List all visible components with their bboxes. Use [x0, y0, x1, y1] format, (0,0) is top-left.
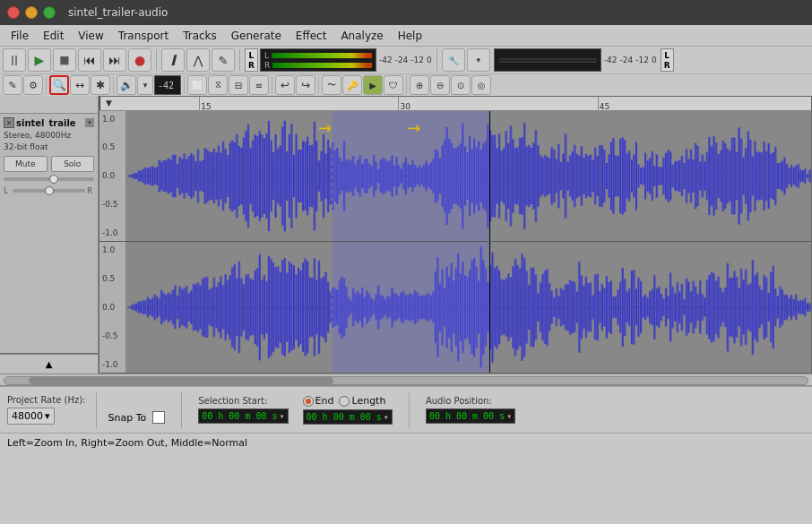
project-rate-select[interactable]: 48000 ▾ — [7, 408, 55, 425]
sep5 — [318, 76, 319, 94]
select-region-btn[interactable]: ⬜ — [187, 75, 207, 95]
track-title-row: × sintel_traile ▾ — [4, 117, 94, 128]
pause-button[interactable]: ⏸ — [3, 48, 26, 72]
track-collapse-btn[interactable]: ▲ — [0, 354, 98, 374]
bottom-waveform-canvas — [126, 242, 811, 373]
zoom-out-audio[interactable]: ⊖ — [430, 75, 450, 95]
volume-dropdown[interactable]: ▾ — [137, 75, 153, 95]
end-radio-item[interactable]: End — [303, 395, 334, 407]
hscrollbar[interactable] — [4, 376, 808, 385]
output-gain[interactable]: 🔧 — [442, 48, 465, 72]
zoom-in-audio[interactable]: ⊕ — [410, 75, 429, 95]
separator3 — [436, 49, 437, 71]
zoom-sel-btn[interactable]: ⧖ — [208, 75, 228, 95]
skip-back-button[interactable]: ⏮ — [78, 48, 101, 72]
project-rate-control: 48000 ▾ — [7, 408, 85, 425]
menu-help[interactable]: Help — [391, 28, 429, 44]
track-dropdown-button[interactable]: ▾ — [85, 118, 94, 127]
record-button[interactable]: ● — [128, 48, 151, 72]
app-title: sintel_trailer-audio — [68, 6, 168, 19]
project-rate-dropdown-icon: ▾ — [45, 410, 50, 422]
minimize-button[interactable] — [25, 6, 38, 19]
pan-l-label: L — [4, 186, 11, 195]
menu-generate[interactable]: Generate — [224, 28, 289, 44]
volume-icon-btn[interactable]: 🔊 — [117, 75, 136, 95]
solo-button[interactable]: Solo — [51, 156, 95, 172]
y2-minus-1.0: -1.0 — [102, 360, 123, 369]
top-waveform[interactable]: → → — [126, 111, 811, 242]
zoom-in-btn[interactable]: 🔍 — [49, 75, 69, 95]
collapse-icon: ▲ — [46, 359, 53, 369]
menu-analyze[interactable]: Analyze — [333, 28, 390, 44]
end-time-display: 00 h 00 m 00 s ▾ — [303, 409, 393, 425]
ruler-tick-30 — [398, 97, 399, 110]
silence-btn[interactable]: ≡ — [249, 75, 269, 95]
tools-btn[interactable]: ✎ — [3, 75, 22, 95]
volume-slider[interactable] — [4, 177, 94, 181]
ruler-label-45: 45 — [598, 97, 609, 111]
y-1.0: 1.0 — [102, 115, 123, 124]
selection-tool[interactable]: I — [161, 48, 185, 72]
length-label: Length — [351, 395, 385, 407]
menu-tracks[interactable]: Tracks — [176, 28, 224, 44]
redo-btn[interactable]: ↪ — [296, 75, 315, 95]
menu-effect[interactable]: Effect — [289, 28, 334, 44]
trim-btn[interactable]: ⊟ — [229, 75, 248, 95]
time2-dropdown[interactable]: ▾ — [384, 412, 389, 422]
track-close-button[interactable]: × — [4, 117, 14, 128]
y2-1.0: 1.0 — [102, 245, 123, 254]
hscrollbar-thumb[interactable] — [29, 377, 333, 384]
separator2 — [239, 49, 240, 71]
stop-button[interactable]: ■ — [53, 48, 76, 72]
menu-edit[interactable]: Edit — [36, 28, 71, 44]
sep-bt3 — [409, 392, 410, 428]
length-radio-item[interactable]: Length — [339, 395, 385, 407]
zoom-reset[interactable]: ⊙ — [451, 75, 471, 95]
multi-tool-btn[interactable]: ✱ — [91, 75, 110, 95]
play-button[interactable]: ▶ — [28, 48, 51, 72]
close-button[interactable] — [7, 6, 20, 19]
envelope-tool[interactable]: ⋀ — [186, 48, 210, 72]
length-radio-button[interactable] — [339, 396, 350, 407]
maximize-button[interactable] — [43, 6, 56, 19]
menu-view[interactable]: View — [71, 28, 110, 44]
snap-to-checkbox[interactable] — [152, 411, 165, 424]
end-label: End — [315, 395, 334, 407]
zoom-fit[interactable]: ◎ — [471, 75, 491, 95]
y2-0.5: 0.5 — [102, 274, 123, 283]
lr-meter-label: L R — [245, 48, 258, 72]
sep2 — [113, 76, 114, 94]
skip-fwd-button[interactable]: ⏭ — [103, 48, 126, 72]
time3-value: 00 h 00 m 00 s — [429, 411, 505, 421]
ruler-label-0: ▼ — [106, 97, 112, 107]
output-dropdown[interactable]: ▾ — [467, 48, 490, 72]
scrub-btn[interactable]: 🛡 — [384, 75, 403, 95]
undo-btn[interactable]: ↩ — [275, 75, 295, 95]
waveform-btn[interactable]: 〜 — [322, 75, 341, 95]
pan-r-label: R — [87, 186, 94, 195]
y-minus-0.5: -0.5 — [102, 200, 123, 209]
snap-to-control: Snap To — [108, 411, 165, 424]
project-rate-label: Project Rate (Hz): — [7, 395, 85, 405]
zoom-out-wf[interactable]: ▶ — [363, 75, 383, 95]
bottom-toolbar: Project Rate (Hz): 48000 ▾ Snap To Selec… — [0, 386, 812, 433]
snap-to-label: Snap To — [108, 412, 146, 424]
time3-dropdown[interactable]: ▾ — [506, 411, 512, 421]
menu-file[interactable]: File — [4, 28, 36, 44]
end-radio-button[interactable] — [303, 396, 314, 407]
menu-transport[interactable]: Transport — [111, 28, 176, 44]
mute-button[interactable]: Mute — [4, 156, 48, 172]
spectrum-btn[interactable]: 🔑 — [342, 75, 362, 95]
draw-tool[interactable]: ✎ — [212, 48, 235, 72]
bottom-waveform[interactable] — [126, 242, 811, 373]
pan-slider[interactable] — [13, 189, 85, 193]
fit-btn[interactable]: ↔ — [70, 75, 90, 95]
lr-output-label: L R — [661, 48, 674, 72]
settings-btn[interactable]: ⚙ — [23, 75, 43, 95]
bottom-channel: 1.0 0.5 0.0 -0.5 -1.0 — [99, 242, 811, 373]
ruler-tick-45 — [598, 97, 599, 110]
yaxis-bottom: 1.0 0.5 0.0 -0.5 -1.0 — [99, 242, 126, 373]
audio-position-group: Audio Position: 00 h 00 m 00 s ▾ — [426, 396, 515, 424]
time1-dropdown[interactable]: ▾ — [280, 411, 285, 421]
statusbar: Left=Zoom In, Right=Zoom Out, Middle=Nor… — [0, 433, 812, 452]
